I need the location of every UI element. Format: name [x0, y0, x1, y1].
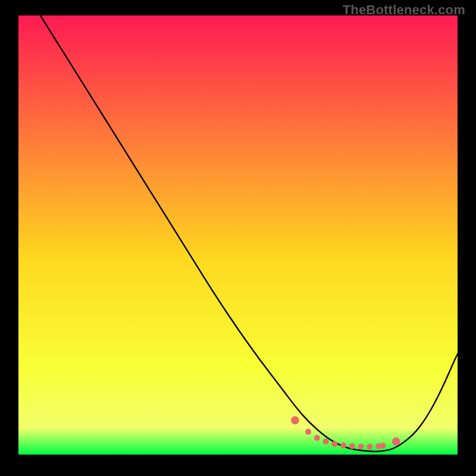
- bottleneck-curve-layer: [18, 15, 458, 455]
- data-dot: [305, 429, 311, 435]
- data-dot: [367, 444, 372, 450]
- data-dot-cluster: [291, 416, 400, 450]
- data-dot: [291, 416, 299, 425]
- data-dot: [331, 441, 337, 447]
- chart-frame: TheBottleneck.com: [0, 0, 476, 476]
- watermark-text: TheBottleneck.com: [343, 2, 465, 18]
- data-dot: [314, 435, 320, 441]
- plot-area: [18, 15, 458, 455]
- data-dot: [380, 443, 386, 449]
- data-dot: [349, 443, 355, 449]
- data-dot: [340, 443, 346, 449]
- data-dot: [392, 437, 400, 446]
- data-dot: [358, 444, 364, 450]
- data-dot: [323, 439, 329, 444]
- bottleneck-curve: [40, 15, 458, 452]
